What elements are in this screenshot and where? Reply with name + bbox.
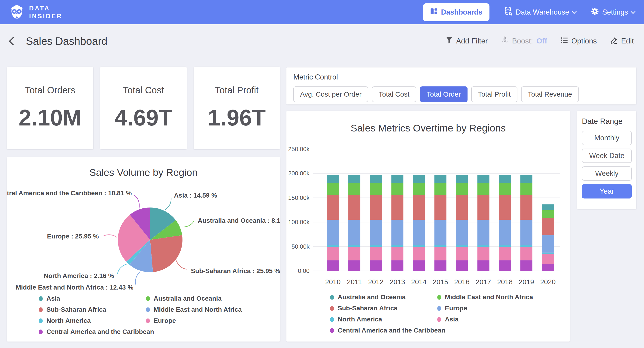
bar-segment-sub-saharan-africa[interactable] [348, 195, 360, 220]
bar-segment-middle-east-and-north-africa[interactable] [542, 210, 554, 218]
metric-option-avg-cost-per-order[interactable]: Avg. Cost per Order [293, 86, 368, 102]
date-range-option-week-date[interactable]: Week Date [582, 149, 632, 163]
metric-option-total-revenue[interactable]: Total Revenue [521, 86, 579, 102]
date-range-option-weekly[interactable]: Weekly [582, 166, 632, 181]
bar-segment-north-america[interactable] [434, 245, 446, 247]
bar-segment-europe[interactable] [370, 220, 382, 245]
bar-segment-middle-east-and-north-africa[interactable] [348, 183, 360, 195]
bar-segment-asia[interactable] [542, 254, 554, 264]
bar-segment-central-america-and-the-caribbean[interactable] [370, 260, 382, 271]
legend-item-europe[interactable]: Europe [146, 317, 242, 324]
bar-segment-australia-and-oceania[interactable] [348, 175, 360, 183]
brand-logo[interactable]: DATA INSIDER [9, 4, 62, 20]
metric-option-total-order[interactable]: Total Order [420, 86, 468, 102]
bar-segment-middle-east-and-north-africa[interactable] [520, 183, 532, 195]
metric-option-total-cost[interactable]: Total Cost [372, 86, 416, 102]
bar-segment-europe[interactable] [478, 220, 490, 245]
bar-segment-australia-and-oceania[interactable] [520, 175, 532, 183]
bar-segment-middle-east-and-north-africa[interactable] [434, 183, 446, 195]
bar-segment-australia-and-oceania[interactable] [456, 175, 468, 183]
bar-segment-central-america-and-the-caribbean[interactable] [478, 260, 490, 271]
bar-segment-europe[interactable] [391, 220, 403, 245]
bar-segment-asia[interactable] [391, 247, 403, 260]
legend-item-north-america[interactable]: North America [39, 317, 146, 324]
bar-segment-north-america[interactable] [520, 245, 532, 247]
bar-segment-central-america-and-the-caribbean[interactable] [499, 260, 511, 271]
legend-item-asia[interactable]: Asia [437, 316, 533, 323]
bar-segment-north-america[interactable] [370, 245, 382, 247]
bar-segment-sub-saharan-africa[interactable] [434, 195, 446, 220]
bar-segment-north-america[interactable] [478, 245, 490, 247]
nav-data-warehouse[interactable]: Data Warehouse [504, 7, 576, 18]
date-range-option-year[interactable]: Year [582, 184, 632, 198]
bar-segment-central-america-and-the-caribbean[interactable] [348, 260, 360, 271]
pie-slice-sub-saharan-africa[interactable] [150, 235, 182, 272]
bar-segment-europe[interactable] [434, 220, 446, 245]
legend-item-australia-and-oceania[interactable]: Australia and Oceania [146, 295, 242, 302]
legend-item-asia[interactable]: Asia [39, 295, 146, 302]
legend-item-central-america-and-the-caribbean[interactable]: Central America and the Caribbean [39, 328, 146, 335]
bar-segment-sub-saharan-africa[interactable] [370, 195, 382, 220]
bar-segment-middle-east-and-north-africa[interactable] [499, 183, 511, 195]
bar-segment-north-america[interactable] [413, 245, 425, 247]
bar-segment-sub-saharan-africa[interactable] [391, 195, 403, 220]
bar-segment-australia-and-oceania[interactable] [370, 175, 382, 183]
bar-segment-europe[interactable] [327, 220, 339, 245]
bar-segment-middle-east-and-north-africa[interactable] [478, 183, 490, 195]
bar-segment-australia-and-oceania[interactable] [542, 204, 554, 210]
bar-segment-asia[interactable] [520, 247, 532, 260]
bar-segment-sub-saharan-africa[interactable] [327, 195, 339, 220]
legend-item-middle-east-and-north-africa[interactable]: Middle East and North Africa [437, 293, 533, 301]
bar-segment-asia[interactable] [456, 247, 468, 260]
bar-segment-australia-and-oceania[interactable] [478, 175, 490, 183]
bar-segment-north-america[interactable] [542, 253, 554, 254]
bar-segment-australia-and-oceania[interactable] [499, 175, 511, 183]
bar-segment-asia[interactable] [413, 247, 425, 260]
nav-dashboards[interactable]: Dashboards [423, 3, 489, 21]
bar-segment-sub-saharan-africa[interactable] [478, 195, 490, 220]
legend-item-sub-saharan-africa[interactable]: Sub-Saharan Africa [330, 304, 437, 312]
legend-item-north-america[interactable]: North America [330, 316, 437, 323]
bar-segment-sub-saharan-africa[interactable] [413, 195, 425, 220]
bar-segment-asia[interactable] [327, 247, 339, 260]
bar-segment-north-america[interactable] [327, 245, 339, 247]
bar-segment-europe[interactable] [542, 235, 554, 253]
boost-toggle[interactable]: Boost: Off [501, 36, 547, 46]
legend-item-australia-and-oceania[interactable]: Australia and Oceania [330, 293, 437, 301]
bar-segment-north-america[interactable] [499, 245, 511, 247]
legend-item-middle-east-and-north-africa[interactable]: Middle East and North Africa [146, 306, 242, 313]
bar-segment-asia[interactable] [348, 247, 360, 260]
bar-segment-middle-east-and-north-africa[interactable] [370, 183, 382, 195]
bar-segment-asia[interactable] [434, 247, 446, 260]
date-range-option-monthly[interactable]: Monthly [582, 131, 632, 145]
bar-segment-sub-saharan-africa[interactable] [499, 195, 511, 220]
bar-segment-middle-east-and-north-africa[interactable] [327, 183, 339, 195]
bar-segment-europe[interactable] [520, 220, 532, 245]
bar-segment-central-america-and-the-caribbean[interactable] [456, 260, 468, 271]
bar-segment-north-america[interactable] [391, 245, 403, 247]
metric-option-total-profit[interactable]: Total Profit [471, 86, 518, 102]
add-filter-button[interactable]: Add Filter [446, 37, 488, 46]
nav-settings[interactable]: Settings [591, 7, 635, 17]
bar-segment-central-america-and-the-caribbean[interactable] [434, 260, 446, 271]
bar-segment-europe[interactable] [348, 220, 360, 245]
bar-segment-central-america-and-the-caribbean[interactable] [413, 260, 425, 271]
bar-segment-europe[interactable] [499, 220, 511, 245]
legend-item-central-america-and-the-caribbean[interactable]: Central America and the Caribbean [330, 327, 437, 334]
bar-segment-europe[interactable] [413, 220, 425, 245]
bar-segment-middle-east-and-north-africa[interactable] [413, 183, 425, 195]
bar-segment-central-america-and-the-caribbean[interactable] [391, 260, 403, 271]
bar-segment-europe[interactable] [456, 220, 468, 245]
bar-segment-asia[interactable] [478, 247, 490, 260]
bar-segment-central-america-and-the-caribbean[interactable] [520, 260, 532, 271]
bar-segment-sub-saharan-africa[interactable] [456, 195, 468, 220]
bar-segment-sub-saharan-africa[interactable] [542, 218, 554, 235]
bar-segment-australia-and-oceania[interactable] [434, 175, 446, 183]
bar-segment-north-america[interactable] [456, 245, 468, 247]
bar-segment-asia[interactable] [370, 247, 382, 260]
legend-item-sub-saharan-africa[interactable]: Sub-Saharan Africa [39, 306, 146, 313]
bar-segment-north-america[interactable] [348, 245, 360, 247]
bar-segment-sub-saharan-africa[interactable] [520, 195, 532, 220]
options-button[interactable]: Options [560, 37, 597, 46]
bar-segment-middle-east-and-north-africa[interactable] [456, 183, 468, 195]
